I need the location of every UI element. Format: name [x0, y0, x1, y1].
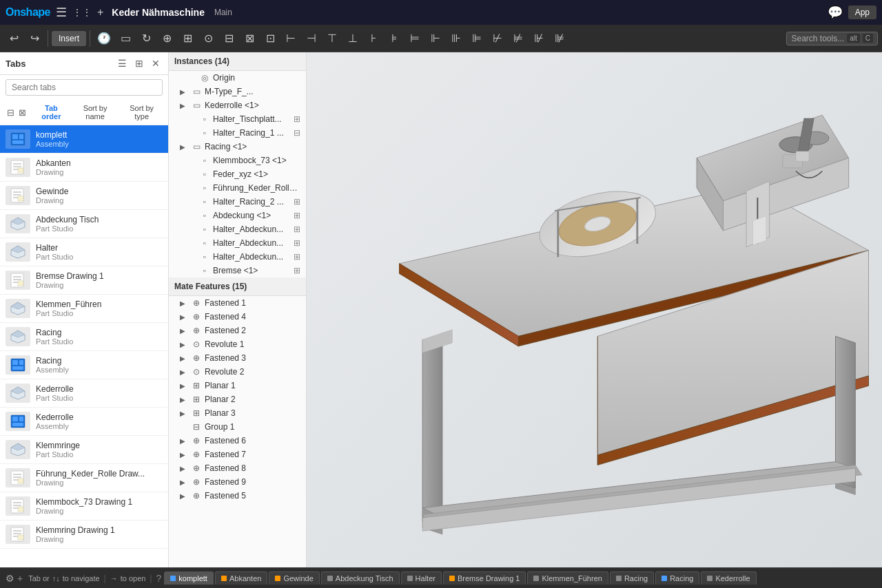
3d-viewport[interactable]	[307, 52, 882, 567]
expand-icon[interactable]: ▶	[180, 437, 188, 445]
tool9-button[interactable]: ⊢	[281, 29, 300, 48]
list-view-icon[interactable]: ☰	[115, 56, 130, 70]
tool12-button[interactable]: ⊥	[343, 29, 362, 48]
tool13-button[interactable]: ⊦	[364, 29, 383, 48]
tool17-button[interactable]: ⊪	[447, 29, 466, 48]
sort-icon-1[interactable]: ⊟	[6, 106, 16, 119]
expand-icon[interactable]: ▶	[180, 465, 188, 472]
tool21-button[interactable]: ⊮	[529, 29, 548, 48]
bottom-tab-item[interactable]: Racing	[610, 571, 654, 585]
expand-icon[interactable]: ▶	[180, 327, 188, 335]
sort-by-name-button[interactable]: Sort by name	[72, 103, 119, 122]
history-button[interactable]: 🕐	[94, 29, 114, 48]
tool8-button[interactable]: ⊡	[260, 29, 280, 48]
search-tools-button[interactable]: Search tools... alt C	[786, 32, 878, 45]
tree-instance-item[interactable]: ▫Halter_Abdeckun...⊞	[169, 250, 306, 264]
tree-mate-item[interactable]: ⊟Group 1	[169, 420, 306, 434]
expand-icon[interactable]: ▶	[180, 143, 188, 151]
bottom-tab-item[interactable]: Abdeckung Tisch	[321, 571, 400, 585]
grid-icon[interactable]: ⋮⋮	[72, 7, 92, 18]
bottom-tab-item[interactable]: Klemmen_Führen	[527, 571, 608, 585]
tab-item[interactable]: KederrollePart Studio	[0, 379, 168, 408]
tree-instance-item[interactable]: ▶▭Kederrolle <1>	[169, 98, 306, 112]
tree-instance-item[interactable]: ▫Halter_Abdeckun...⊞	[169, 236, 306, 250]
sort-tab-order-button[interactable]: Tab order	[33, 103, 70, 122]
tree-instance-item[interactable]: ◎Origin	[169, 71, 306, 85]
tree-mate-item[interactable]: ▶⊕Fastened 1	[169, 296, 306, 310]
expand-icon[interactable]: ▶	[180, 102, 188, 109]
tool2-button[interactable]: ↻	[136, 29, 156, 48]
hamburger-icon[interactable]: ☰	[56, 5, 67, 20]
tree-mate-item[interactable]: ▶⊕Fastened 9	[169, 475, 306, 489]
tool10-button[interactable]: ⊣	[302, 29, 321, 48]
tree-instance-item[interactable]: ▫Halter_Racing_1 ...⊟	[169, 126, 306, 140]
settings-icon[interactable]: ⚙	[6, 573, 14, 584]
sort-icon-2[interactable]: ⊠	[17, 106, 28, 119]
close-sidebar-icon[interactable]: ✕	[149, 56, 163, 70]
tab-item[interactable]: Klemmring Drawing 1Drawing	[0, 521, 168, 549]
tool18-button[interactable]: ⊫	[467, 29, 486, 48]
tool11-button[interactable]: ⊤	[322, 29, 342, 48]
tab-item[interactable]: Klemmen_FührenPart Studio	[0, 295, 168, 323]
tab-item[interactable]: GewindeDrawing	[0, 182, 168, 210]
tab-item[interactable]: RacingPart Studio	[0, 323, 168, 351]
tool20-button[interactable]: ⊭	[509, 29, 528, 48]
tree-mate-item[interactable]: ▶⊞Planar 3	[169, 406, 306, 420]
bottom-tab-item[interactable]: Abkanten	[215, 571, 267, 585]
tree-mate-item[interactable]: ▶⊞Planar 1	[169, 379, 306, 392]
expand-icon[interactable]: ▶	[180, 479, 188, 486]
expand-icon[interactable]: ▶	[180, 410, 188, 417]
tree-mate-item[interactable]: ▶⊕Fastened 7	[169, 448, 306, 461]
tab-item[interactable]: Abdeckung TischPart Studio	[0, 210, 168, 238]
tab-item[interactable]: komplettAssembly	[0, 125, 168, 154]
tree-instance-item[interactable]: ▫Bremse <1>⊞	[169, 264, 306, 277]
chat-icon[interactable]: 💬	[828, 5, 843, 20]
bottom-tab-item[interactable]: Halter	[401, 571, 442, 585]
tree-instance-item[interactable]: ▶▭M-Type_F_...	[169, 85, 306, 98]
tree-mate-item[interactable]: ▶⊙Revolute 1	[169, 337, 306, 351]
tab-item[interactable]: Bremse Drawing 1Drawing	[0, 266, 168, 295]
redo-button[interactable]: ↪	[25, 29, 44, 48]
tool7-button[interactable]: ⊠	[240, 29, 259, 48]
tab-item[interactable]: Klemmbock_73 Drawing 1Drawing	[0, 492, 168, 521]
bottom-tab-item[interactable]: Kederrolle	[701, 571, 756, 585]
expand-icon[interactable]: ▶	[180, 355, 188, 362]
expand-icon[interactable]: ▶	[180, 88, 188, 96]
expand-icon[interactable]: ▶	[180, 341, 188, 348]
tab-item[interactable]: HalterPart Studio	[0, 238, 168, 266]
tool4-button[interactable]: ⊞	[178, 29, 197, 48]
tab-item[interactable]: KlemmringePart Studio	[0, 436, 168, 464]
tree-mate-item[interactable]: ▶⊕Fastened 3	[169, 351, 306, 365]
tool16-button[interactable]: ⊩	[426, 29, 445, 48]
bottom-tab-item[interactable]: Bremse Drawing 1	[443, 571, 526, 585]
expand-icon[interactable]: ▶	[180, 313, 188, 321]
tool14-button[interactable]: ⊧	[384, 29, 404, 48]
tool1-button[interactable]: ▭	[116, 29, 135, 48]
bottom-tab-item[interactable]: komplett	[164, 571, 214, 585]
tree-mate-item[interactable]: ▶⊕Fastened 4	[169, 310, 306, 324]
add-icon[interactable]: +	[97, 6, 103, 19]
undo-button[interactable]: ↩	[4, 29, 23, 48]
tool5-button[interactable]: ⊙	[198, 29, 218, 48]
tab-item[interactable]: KederrolleAssembly	[0, 408, 168, 436]
app-button[interactable]: App	[848, 6, 876, 19]
help-icon[interactable]: ?	[156, 573, 162, 584]
tree-mate-item[interactable]: ▶⊕Fastened 2	[169, 324, 306, 337]
bottom-tab-item[interactable]: Gewinde	[269, 571, 319, 585]
tree-mate-item[interactable]: ▶⊕Fastened 8	[169, 461, 306, 475]
insert-button[interactable]: Insert	[52, 31, 86, 46]
expand-icon[interactable]: ▶	[180, 492, 188, 500]
tool3-button[interactable]: ⊕	[157, 29, 176, 48]
tab-item[interactable]: RacingAssembly	[0, 351, 168, 379]
tree-instance-item[interactable]: ▫Führung_Keder_Rolle <1>	[169, 181, 306, 195]
tree-mate-item[interactable]: ▶⊕Fastened 5	[169, 489, 306, 503]
tool22-button[interactable]: ⊯	[550, 29, 569, 48]
tree-instance-item[interactable]: ▫Feder_xyz <1>	[169, 167, 306, 181]
expand-icon[interactable]: ▶	[180, 382, 188, 390]
bottom-tab-item[interactable]: Racing	[655, 571, 699, 585]
tree-instance-item[interactable]: ▫Klemmbock_73 <1>	[169, 154, 306, 167]
tree-instance-item[interactable]: ▫Halter_Tischplatt...⊞	[169, 112, 306, 126]
expand-icon[interactable]: ▶	[180, 451, 188, 459]
add-tab-status-icon[interactable]: +	[17, 573, 23, 584]
tree-mate-item[interactable]: ▶⊙Revolute 2	[169, 365, 306, 379]
